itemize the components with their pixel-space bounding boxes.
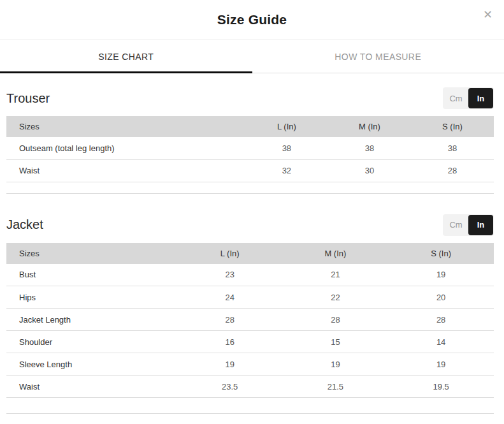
table-row: Hips242220 xyxy=(6,286,494,309)
measurement-value: 19 xyxy=(388,353,494,376)
column-header-size: S (In) xyxy=(411,116,494,137)
measurement-value: 32 xyxy=(245,159,328,182)
measurement-value: 23 xyxy=(177,264,283,286)
modal-title: Size Guide xyxy=(217,12,287,27)
tab-how-to-measure[interactable]: HOW TO MEASURE xyxy=(252,40,504,73)
trouser-size-table: SizesL (In)M (In)S (In) Outseam (total l… xyxy=(6,116,494,182)
table-row: Sleeve Length191919 xyxy=(6,353,494,376)
column-header-size: L (In) xyxy=(245,116,328,137)
measurement-value: 28 xyxy=(388,309,494,331)
table-row: Bust232119 xyxy=(6,264,494,286)
column-header-size: L (In) xyxy=(177,243,283,264)
measurement-value: 38 xyxy=(411,137,494,159)
measurement-value: 19 xyxy=(388,264,494,286)
measurement-value: 23.5 xyxy=(177,376,283,398)
trouser-unit-toggle: Cm In xyxy=(443,87,494,109)
trouser-heading: Trouser xyxy=(6,91,50,106)
measurement-value: 15 xyxy=(283,331,389,353)
trouser-section-header: Trouser Cm In xyxy=(6,87,494,109)
measurement-label: Hips xyxy=(6,286,177,309)
table-row: Jacket Length282828 xyxy=(6,309,494,331)
unit-cm-button[interactable]: Cm xyxy=(443,215,468,235)
modal-header: Size Guide ✕ xyxy=(0,0,504,40)
jacket-unit-toggle: Cm In xyxy=(443,214,494,236)
measurement-label: Jacket Length xyxy=(6,309,177,331)
jacket-heading: Jacket xyxy=(6,217,43,232)
measurement-value: 21.5 xyxy=(283,376,389,398)
table-row: Waist323028 xyxy=(6,159,494,182)
measurement-label: Waist xyxy=(6,159,245,182)
table-row: Shoulder161514 xyxy=(6,331,494,353)
column-header-sizes: Sizes xyxy=(6,116,245,137)
measurement-label: Sleeve Length xyxy=(6,353,177,376)
unit-cm-button[interactable]: Cm xyxy=(443,88,468,108)
measurement-label: Waist xyxy=(6,376,177,398)
column-header-size: M (In) xyxy=(283,243,389,264)
measurement-value: 24 xyxy=(177,286,283,309)
measurement-value: 38 xyxy=(328,137,411,159)
measurement-value: 30 xyxy=(328,159,411,182)
measurement-value: 21 xyxy=(283,264,389,286)
table-row: Outseam (total leg length)383838 xyxy=(6,137,494,159)
measurement-value: 16 xyxy=(177,331,283,353)
tab-bar: SIZE CHART HOW TO MEASURE xyxy=(0,40,504,73)
measurement-value: 20 xyxy=(388,286,494,309)
measurement-value: 28 xyxy=(411,159,494,182)
close-icon[interactable]: ✕ xyxy=(480,6,495,23)
measurement-label: Bust xyxy=(6,264,177,286)
column-header-sizes: Sizes xyxy=(6,243,177,264)
measurement-value: 28 xyxy=(283,309,389,331)
column-header-size: M (In) xyxy=(328,116,411,137)
measurement-value: 14 xyxy=(388,331,494,353)
measurement-value: 19.5 xyxy=(388,376,494,398)
measurement-value: 28 xyxy=(177,309,283,331)
size-chart-panel: Trouser Cm In SizesL (In)M (In)S (In) Ou… xyxy=(0,87,504,414)
measurement-label: Outseam (total leg length) xyxy=(6,137,245,159)
measurement-label: Shoulder xyxy=(6,331,177,353)
tab-size-chart[interactable]: SIZE CHART xyxy=(0,40,252,73)
measurement-value: 19 xyxy=(177,353,283,376)
measurement-value: 38 xyxy=(245,137,328,159)
trouser-table-divider xyxy=(6,182,494,194)
unit-in-button[interactable]: In xyxy=(468,215,493,235)
jacket-size-table: SizesL (In)M (In)S (In) Bust232119Hips24… xyxy=(6,243,494,398)
table-row: Waist23.521.519.5 xyxy=(6,376,494,398)
table-header-row: SizesL (In)M (In)S (In) xyxy=(6,116,494,137)
column-header-size: S (In) xyxy=(388,243,494,264)
measurement-value: 22 xyxy=(283,286,389,309)
unit-in-button[interactable]: In xyxy=(468,88,493,108)
jacket-table-divider xyxy=(6,398,494,414)
measurement-value: 19 xyxy=(283,353,389,376)
jacket-section-header: Jacket Cm In xyxy=(6,214,494,236)
table-header-row: SizesL (In)M (In)S (In) xyxy=(6,243,494,264)
